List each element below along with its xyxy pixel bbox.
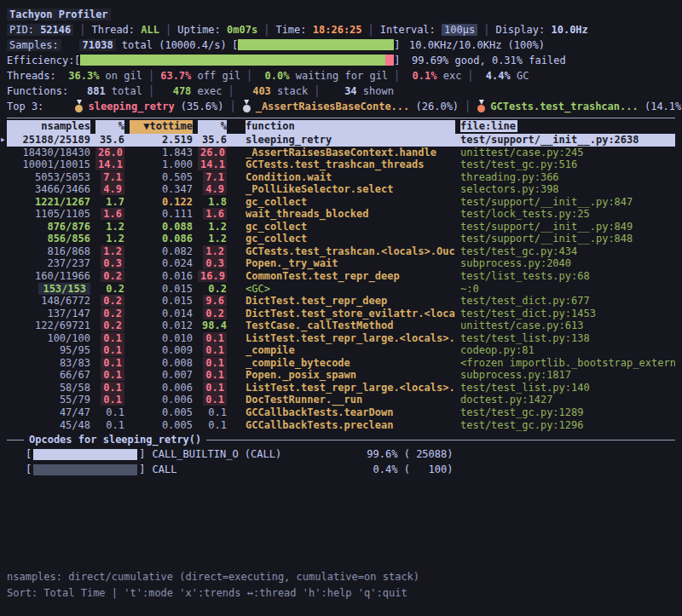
separator: │	[142, 70, 160, 82]
cell-p2: 0.2	[198, 283, 227, 296]
cell-tt: 0.007	[130, 369, 193, 382]
table-row[interactable]: 47/470.10.0050.1GCCallbackTests.tearDown…	[0, 406, 682, 419]
table-row[interactable]: 58/580.10.0060.1ListTest.test_repr_large…	[0, 382, 682, 394]
cell-ns: 5053/5053	[7, 171, 90, 184]
cell-tt: 0.012	[130, 320, 193, 332]
opcode-pct: 0.4%	[350, 462, 397, 477]
cell-fn: wait_threads_blocked	[246, 208, 455, 221]
table-row[interactable]: 816/8681.20.0821.2GCTests.test_trashcan.…	[0, 245, 682, 258]
cell-tt: 0.111	[130, 208, 193, 221]
cell-file: unittest/case.py:245	[460, 147, 675, 159]
table-row[interactable]: 100/1000.10.0100.1ListTest.test_repr_lar…	[0, 332, 682, 345]
cell-fn: _compile_bytecode	[246, 357, 455, 370]
column-header-tottime-sorted[interactable]: ▼tottime	[130, 120, 193, 134]
cell-tt: 0.016	[130, 270, 193, 283]
functions-label: Functions:	[7, 85, 68, 97]
gc-value: 4.4%	[486, 70, 511, 82]
column-header-nsamples[interactable]: nsamples	[7, 120, 90, 134]
table-row[interactable]: 876/8761.20.0881.2gc_collecttest/support…	[0, 221, 682, 233]
table-row[interactable]: 25188/2518935.62.51935.6sleeping_retryte…	[0, 134, 682, 147]
separator: │	[477, 24, 495, 36]
cell-p1: 0.1	[95, 332, 124, 345]
table-row[interactable]: 1221/12671.70.1221.8gc_collecttest/suppo…	[0, 196, 682, 209]
table-header: nsamples % ▼tottime % function file:line	[0, 120, 682, 134]
cell-file: unittest/case.py:613	[460, 320, 675, 332]
header-divider	[7, 118, 675, 118]
cell-fn: sleeping_retry	[246, 134, 455, 147]
cell-tt: 0.505	[130, 171, 193, 184]
table-row[interactable]: 5053/50537.10.5057.1Condition.waitthread…	[0, 171, 682, 184]
cell-p2: 0.3	[198, 257, 227, 270]
cell-file: test/test_list.py:138	[460, 332, 675, 345]
top2-name[interactable]: _AssertRaisesBaseConte...	[256, 101, 410, 112]
table-row[interactable]: 122/697210.20.01298.4TestCase._callTestM…	[0, 320, 682, 332]
cell-fn: Popen._posix_spawn	[246, 369, 455, 382]
threads-line: Threads: 36.3% on gil│63.7% off gil│ 0.0…	[0, 68, 682, 83]
cell-p2: 16.9	[198, 270, 227, 283]
table-row[interactable]: 55/790.10.0060.1DocTestRunner.__rundocte…	[0, 394, 682, 406]
threads-label: Threads:	[7, 70, 56, 82]
gold-medal-icon	[74, 100, 84, 112]
cell-p1: 0.1	[95, 344, 124, 357]
table-row[interactable]: 153/1530.20.0150.2<GC>~:0	[0, 283, 682, 296]
cell-p1: 0.2	[95, 283, 124, 296]
gil-wait-value: 0.0%	[265, 70, 290, 82]
status-line: PID: 52146│Thread: ALL│Uptime: 0m07s│Tim…	[0, 22, 682, 37]
table-row[interactable]: 95/950.10.0090.1_compilecodeop.py:81	[0, 344, 682, 357]
pid-label: PID:	[9, 24, 34, 36]
table-row[interactable]: 83/830.10.0080.1_compile_bytecode<frozen…	[0, 357, 682, 370]
top3-name[interactable]: GCTests.test_trashcan...	[490, 101, 638, 112]
display-label: Display:	[495, 24, 545, 36]
cell-tt: 0.082	[130, 245, 193, 258]
cell-p1: 26.0	[95, 147, 124, 159]
opcode-pct: 99.6%	[350, 446, 397, 462]
table-row[interactable]: 18430/1843026.01.84326.0_AssertRaisesBas…	[0, 147, 682, 159]
cell-file: test/test_dict.py:677	[460, 295, 675, 308]
interval-label: Interval:	[380, 24, 436, 36]
column-header-cumulative-pct[interactable]: %	[198, 120, 227, 134]
cell-file: test/test_gc.py:516	[460, 158, 675, 171]
separator: │	[362, 24, 380, 36]
exc-label: exc	[436, 70, 461, 82]
cell-tt: 0.088	[130, 221, 193, 233]
table-row[interactable]: 3466/34664.90.3474.9_PollLikeSelector.se…	[0, 183, 682, 196]
separator: │	[257, 24, 275, 36]
column-header-function[interactable]: function	[246, 120, 455, 134]
cell-fn: GCCallbackTests.preclean	[246, 419, 455, 432]
cell-file: test/support/__init__.py:2638	[460, 134, 675, 147]
time-value: 18:26:25	[313, 24, 362, 36]
table-row[interactable]: 148/67720.20.0159.6DictTest.test_repr_de…	[0, 295, 682, 308]
cell-p1: 1.2	[95, 233, 124, 245]
top1-name[interactable]: sleeping_retry	[88, 101, 174, 112]
exc-value: 0.1%	[413, 70, 437, 82]
cell-p1: 0.1	[95, 357, 124, 370]
table-row[interactable]: 1105/11051.60.1111.6wait_threads_blocked…	[0, 208, 682, 221]
cell-tt: 0.014	[130, 308, 193, 320]
thread-value[interactable]: ALL	[141, 24, 159, 36]
table-row[interactable]: 66/670.10.0070.1Popen._posix_spawnsubpro…	[0, 369, 682, 382]
time-label: Time:	[275, 24, 306, 36]
table-row[interactable]: 137/1470.20.0140.2DictTest.test_store_ev…	[0, 308, 682, 320]
cell-p2: 14.1	[198, 158, 227, 171]
separator: │	[222, 85, 240, 97]
column-header-file-line[interactable]: file:line	[460, 120, 675, 134]
cell-file: codeop.py:81	[460, 344, 675, 357]
cell-p2: 0.1	[198, 382, 227, 394]
cell-p2: 0.1	[198, 419, 227, 432]
table-row[interactable]: 45/480.10.0050.1GCCallbackTests.preclean…	[0, 419, 682, 432]
cell-ns: 1221/1267	[7, 196, 90, 209]
cell-file: test/test_gc.py:434	[460, 245, 675, 258]
table-row[interactable]: 856/8561.20.0861.2gc_collecttest/support…	[0, 233, 682, 245]
table-row[interactable]: 160/119660.20.01616.9CommonTest.test_rep…	[0, 270, 682, 283]
separator: │	[461, 70, 479, 82]
table-row[interactable]: 10001/1001514.11.00014.1GCTests.test_tra…	[0, 158, 682, 171]
top1-pct: (35.6%)	[175, 101, 224, 112]
column-header-direct-pct[interactable]: %	[95, 120, 124, 134]
functions-shown-label: shown	[357, 85, 394, 97]
cell-p1: 1.2	[95, 221, 124, 233]
table-row[interactable]: 237/2370.30.0240.3Popen._try_waitsubproc…	[0, 257, 682, 270]
opcode-row: [] CALL_BUILTIN_O (CALL) 99.6% ( 25088)	[0, 446, 682, 462]
bronze-medal-icon	[477, 100, 486, 112]
cell-file: test/support/__init__.py:847	[460, 196, 675, 209]
cell-fn: gc_collect	[246, 233, 455, 245]
